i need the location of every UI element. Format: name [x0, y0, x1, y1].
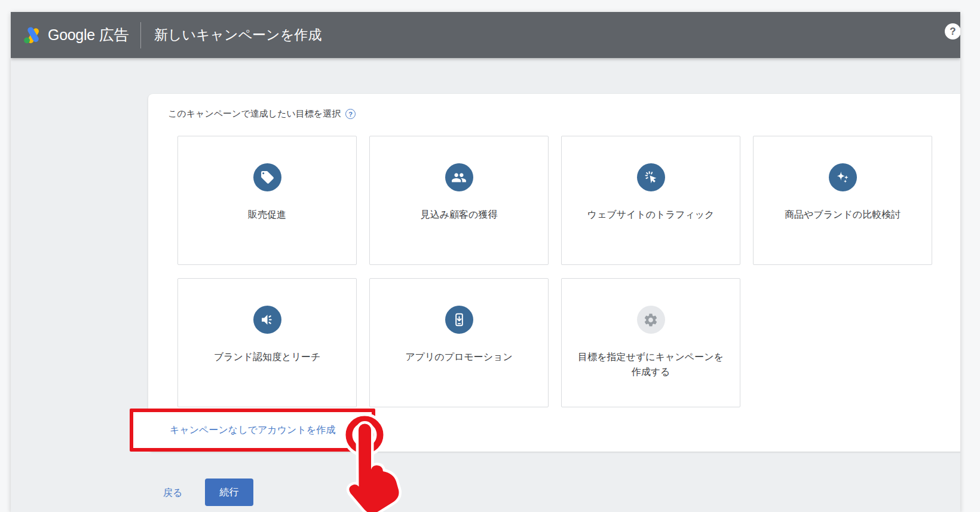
help-icon: ?: [950, 26, 956, 38]
people-icon: [445, 163, 473, 191]
create-account-without-campaign-link[interactable]: キャンペーンなしでアカウントを作成: [170, 424, 335, 437]
goal-tile-app-promotion[interactable]: アプリのプロモーション: [369, 278, 549, 407]
tag-icon: [253, 163, 281, 191]
goal-tile-label: アプリのプロモーション: [405, 350, 513, 365]
goal-tile-no-goal[interactable]: 目標を指定せずにキャンペーンを作成する: [561, 278, 740, 407]
goal-tile-leads[interactable]: 見込み顧客の獲得: [369, 136, 549, 265]
continue-button[interactable]: 続行: [205, 479, 253, 506]
goal-tile-label: ブランド認知度とリーチ: [214, 350, 321, 365]
app-install-icon: [445, 306, 473, 334]
back-link[interactable]: 戻る: [163, 479, 182, 507]
goal-tile-sales[interactable]: 販売促進: [177, 136, 357, 265]
page-title: 新しいキャンペーンを作成: [154, 26, 321, 44]
goal-tile-label: 商品やブランドの比較検討: [785, 208, 901, 223]
brand-name: Google 広告: [48, 25, 128, 45]
annotation-highlight-box: キャンペーンなしでアカウントを作成: [130, 409, 375, 452]
goal-tile-label: 目標を指定せずにキャンペーンを作成する: [575, 350, 726, 380]
header-divider: [140, 22, 141, 48]
gear-icon: [637, 306, 665, 334]
goal-tile-label: 見込み顧客の獲得: [421, 208, 498, 223]
goal-tiles-grid: 販売促進 見込み顧客の獲得: [177, 136, 945, 407]
megaphone-icon: [253, 306, 281, 334]
goal-selection-card: このキャンペーンで達成したい目標を選択 ? 販売促進 見込み顧客の獲得: [148, 94, 960, 452]
goal-tile-consideration[interactable]: 商品やブランドの比較検討: [753, 136, 932, 265]
goal-tile-label: 販売促進: [248, 208, 286, 223]
browser-viewport: Google 広告 新しいキャンペーンを作成 ? このキャンペーンで達成したい目…: [11, 12, 960, 512]
google-ads-logo: [23, 26, 42, 45]
goal-tile-brand-awareness[interactable]: ブランド認知度とリーチ: [177, 278, 357, 407]
cursor-click-icon: [637, 163, 665, 191]
help-button[interactable]: ?: [945, 23, 960, 39]
goal-tile-website-traffic[interactable]: ウェブサイトのトラフィック: [561, 136, 740, 265]
goal-heading: このキャンペーンで達成したい目標を選択: [168, 108, 341, 120]
goal-tile-label: ウェブサイトのトラフィック: [587, 208, 715, 223]
heading-help-icon[interactable]: ?: [345, 109, 356, 119]
app-header: Google 広告 新しいキャンペーンを作成 ?: [11, 12, 960, 58]
sparkles-icon: [829, 163, 857, 191]
